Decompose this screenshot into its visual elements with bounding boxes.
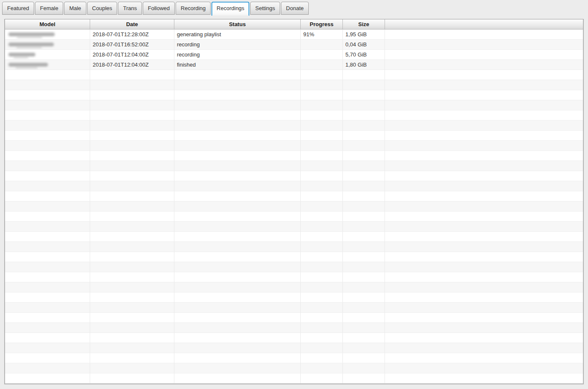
column-header-filler[interactable]: [385, 19, 583, 30]
tab-settings[interactable]: Settings: [250, 2, 280, 15]
cell-size: [343, 181, 385, 191]
cell-date: [90, 80, 174, 90]
cell-size: [343, 100, 385, 110]
cell-model: [5, 373, 90, 384]
cell-progress: [301, 262, 343, 272]
cell-progress: [301, 40, 343, 50]
cell-model: [5, 60, 90, 70]
cell-filler: [385, 191, 583, 201]
table-row-empty: [5, 151, 583, 161]
cell-model: [5, 272, 90, 282]
cell-progress: [301, 353, 343, 363]
cell-date: [90, 313, 174, 323]
table-row[interactable]: 2018-07-01T16:52:00Zrecording0,04 GiB: [5, 40, 583, 50]
column-header-model[interactable]: Model: [5, 19, 90, 30]
cell-date: [90, 110, 174, 121]
cell-status: [174, 161, 301, 171]
table-row-empty: [5, 333, 583, 343]
cell-size: [343, 343, 385, 353]
cell-model: [5, 161, 90, 171]
cell-model: [5, 90, 90, 100]
cell-model: [5, 232, 90, 242]
cell-size: [343, 161, 385, 171]
cell-date: 2018-07-01T12:04:00Z: [90, 50, 174, 60]
cell-model: [5, 333, 90, 343]
table-row-empty: [5, 353, 583, 363]
cell-filler: [385, 171, 583, 181]
cell-progress: [301, 171, 343, 181]
cell-size: [343, 353, 385, 363]
cell-progress: [301, 121, 343, 131]
cell-date: [90, 222, 174, 232]
column-header-progress[interactable]: Progress: [301, 19, 343, 30]
cell-size: [343, 90, 385, 100]
recordings-table: ModelDateStatusProgressSize 2018-07-01T1…: [4, 19, 584, 384]
cell-date: [90, 292, 174, 303]
table-row-empty: [5, 181, 583, 191]
cell-date: 2018-07-01T12:04:00Z: [90, 60, 174, 70]
cell-status: [174, 222, 301, 232]
cell-size: [343, 212, 385, 222]
cell-model: [5, 242, 90, 252]
cell-date: [90, 161, 174, 171]
cell-filler: [385, 80, 583, 90]
cell-progress: [301, 131, 343, 141]
cell-status: [174, 201, 301, 212]
column-header-date[interactable]: Date: [90, 19, 174, 30]
tab-donate[interactable]: Donate: [281, 2, 309, 15]
cell-status: [174, 282, 301, 292]
cell-progress: [301, 333, 343, 343]
cell-model: [5, 313, 90, 323]
cell-size: [343, 282, 385, 292]
tab-recordings[interactable]: Recordings: [211, 2, 249, 16]
cell-filler: [385, 212, 583, 222]
table-row-empty: [5, 242, 583, 252]
cell-filler: [385, 323, 583, 333]
cell-progress: [301, 161, 343, 171]
cell-filler: [385, 262, 583, 272]
table-row-empty: [5, 212, 583, 222]
cell-model: [5, 70, 90, 80]
tab-male[interactable]: Male: [64, 2, 86, 15]
cell-date: [90, 70, 174, 80]
cell-status: [174, 70, 301, 80]
cell-progress: [301, 343, 343, 353]
table-row-empty: [5, 313, 583, 323]
table-row[interactable]: 2018-07-01T12:04:00Zrecording5,70 GiB: [5, 50, 583, 60]
cell-size: [343, 242, 385, 252]
cell-size: [343, 151, 385, 161]
tab-female[interactable]: Female: [35, 2, 63, 15]
cell-status: [174, 181, 301, 191]
tab-recording[interactable]: Recording: [176, 2, 211, 15]
cell-filler: [385, 121, 583, 131]
tab-featured[interactable]: Featured: [2, 2, 34, 15]
cell-progress: 91%: [301, 30, 343, 40]
cell-progress: [301, 80, 343, 90]
cell-model: [5, 40, 90, 50]
cell-size: [343, 333, 385, 343]
table-row[interactable]: 2018-07-01T12:04:00Zfinished1,80 GiB: [5, 60, 583, 70]
tab-couples[interactable]: Couples: [87, 2, 118, 15]
cell-size: 1,80 GiB: [343, 60, 385, 70]
cell-status: recording: [174, 50, 301, 60]
column-header-size[interactable]: Size: [343, 19, 385, 30]
cell-progress: [301, 141, 343, 151]
table-row[interactable]: 2018-07-01T12:28:00Zgenerating playlist9…: [5, 30, 583, 40]
column-header-status[interactable]: Status: [174, 19, 301, 30]
cell-filler: [385, 100, 583, 110]
cell-date: [90, 90, 174, 100]
cell-status: [174, 110, 301, 121]
cell-date: 2018-07-01T12:28:00Z: [90, 30, 174, 40]
tab-trans[interactable]: Trans: [118, 2, 142, 15]
cell-status: [174, 373, 301, 384]
cell-progress: [301, 282, 343, 292]
cell-progress: [301, 90, 343, 100]
cell-model: [5, 151, 90, 161]
cell-filler: [385, 30, 583, 40]
cell-model: [5, 262, 90, 272]
cell-progress: [301, 181, 343, 191]
cell-size: [343, 121, 385, 131]
tab-followed[interactable]: Followed: [143, 2, 175, 15]
cell-status: [174, 212, 301, 222]
cell-date: [90, 333, 174, 343]
